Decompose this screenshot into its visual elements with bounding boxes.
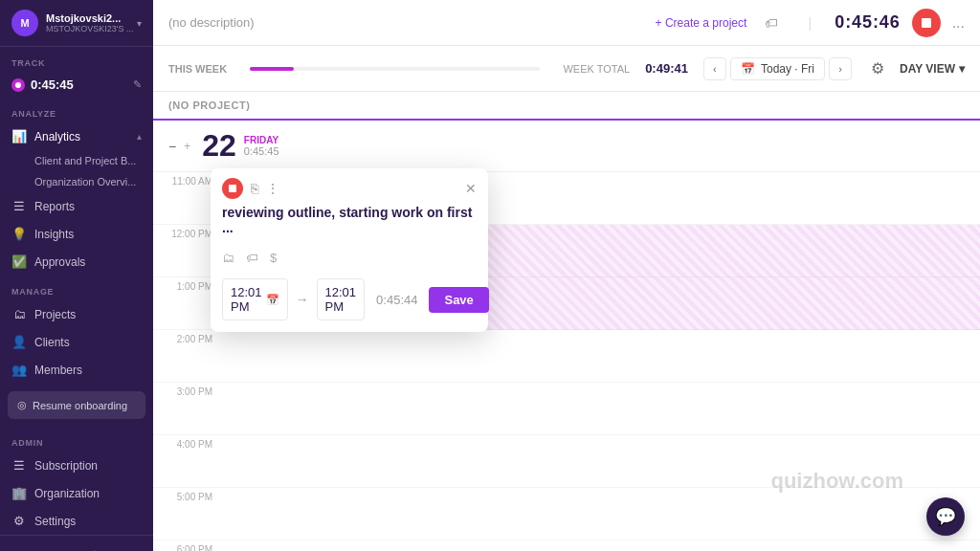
calendar-settings-icon[interactable]: ⚙: [871, 59, 884, 77]
time-row-3pm: 3:00 PM: [153, 383, 980, 435]
sidebar-item-approvals[interactable]: ✅ Approvals: [0, 248, 153, 276]
sidebar-item-insights[interactable]: 💡 Insights: [0, 220, 153, 248]
week-bar: THIS WEEK WEEK TOTAL 0:49:41 ‹ 📅 Today ·…: [153, 46, 980, 92]
onboarding-circle-icon: ◎: [17, 399, 27, 411]
time-slot-6pm[interactable]: [220, 540, 980, 551]
today-label: Today · Fri: [761, 62, 814, 76]
day-view-button[interactable]: DAY VIEW ▾: [900, 62, 965, 76]
create-project-button[interactable]: + Create a project: [656, 16, 747, 30]
time-slot-3pm[interactable]: [220, 383, 980, 434]
tag-meta-icon: 🏷: [246, 251, 258, 265]
sidebar-item-subscription[interactable]: ☰ Subscription: [0, 452, 153, 479]
sidebar-timer-value: 0:45:45: [31, 77, 74, 92]
admin-section-label: ADMIN: [0, 427, 153, 452]
sidebar: M Mstojkovski2... MSTOJKOVSKI23'S ... ▾ …: [0, 0, 153, 551]
time-slot-2pm[interactable]: [220, 330, 980, 382]
members-icon: 👥: [11, 363, 27, 377]
popup-save-button[interactable]: Save: [429, 287, 488, 313]
more-options-button[interactable]: ...: [952, 14, 965, 32]
analytics-chevron-icon: ▴: [137, 131, 142, 142]
timer-edit-icon[interactable]: ✎: [133, 78, 142, 91]
this-week-label: THIS WEEK: [168, 63, 227, 75]
popup-actions: ⎘ ⋮: [222, 178, 279, 199]
projects-icon: 🗂: [11, 307, 27, 321]
next-week-button[interactable]: ›: [829, 57, 852, 80]
sidebar-item-reports[interactable]: ☰ Reports: [0, 192, 153, 220]
today-button[interactable]: 📅 Today · Fri: [730, 57, 825, 80]
settings-label: Settings: [34, 515, 142, 528]
time-row-6pm: 6:00 PM: [153, 540, 980, 551]
resume-onboarding-label: Resume onboarding: [33, 400, 127, 411]
time-row-5pm: 5:00 PM: [153, 488, 980, 540]
sidebar-item-clients[interactable]: 👤 Clients: [0, 328, 153, 356]
time-label-5pm: 5:00 PM: [153, 488, 220, 540]
popup-end-time-input[interactable]: 12:01 PM: [317, 278, 366, 320]
organization-admin-icon: 🏢: [11, 486, 27, 500]
day-header: − + 22 FRIDAY 0:45:45: [153, 121, 980, 172]
calendar-icon: 📅: [741, 62, 755, 76]
approvals-label: Approvals: [34, 255, 142, 269]
day-navigation: − +: [168, 139, 194, 154]
sidebar-item-members[interactable]: 👥 Members: [0, 356, 153, 384]
clients-icon: 👤: [11, 335, 27, 349]
subscription-icon: ☰: [11, 458, 27, 473]
topbar-description: (no description): [168, 15, 255, 30]
popup-start-time-input[interactable]: 12:01 PM 📅: [222, 278, 288, 320]
popup-title: reviewing outline, starting work on firs…: [211, 205, 488, 245]
chat-button[interactable]: 💬: [926, 497, 965, 536]
popup-meta: 🗂 🏷 $: [211, 245, 488, 271]
sidebar-item-client-project[interactable]: Client and Project B...: [0, 150, 153, 171]
insights-label: Insights: [34, 228, 142, 241]
tag-icon[interactable]: 🏷: [758, 10, 785, 36]
topbar-timer-display: 0:45:46: [835, 12, 900, 33]
sidebar-header[interactable]: M Mstojkovski2... MSTOJKOVSKI23'S ... ▾: [0, 0, 153, 47]
topbar: (no description) + Create a project 🏷 | …: [153, 0, 980, 46]
week-total-label: WEEK TOTAL: [563, 63, 630, 75]
profile-icon[interactable]: [11, 543, 38, 551]
projects-label: Projects: [34, 308, 142, 321]
popup-close-button[interactable]: ✕: [465, 181, 477, 196]
popup-copy-icon[interactable]: ⎘: [251, 181, 258, 196]
prev-day-button[interactable]: −: [168, 139, 176, 154]
analytics-icon: 📊: [11, 129, 27, 143]
time-label-4pm: 4:00 PM: [153, 435, 220, 487]
time-slot-5pm[interactable]: [220, 488, 980, 540]
settings-icon: ⚙: [11, 514, 27, 528]
no-project-label: (NO PROJECT): [153, 92, 980, 121]
notification-icon[interactable]: 🔔: [80, 543, 107, 551]
calendar-small-icon: 📅: [266, 294, 279, 306]
sidebar-bottom-bar: ☰ 🔔 ?: [0, 535, 153, 551]
end-time-value: 12:01 PM: [325, 285, 357, 314]
clients-label: Clients: [34, 336, 142, 349]
help-icon[interactable]: ?: [115, 543, 142, 551]
day-name: FRIDAY: [244, 135, 279, 145]
time-label-6pm: 6:00 PM: [153, 540, 220, 551]
day-timer: 0:45:45: [244, 145, 279, 157]
analytics-label: Analytics: [34, 130, 129, 143]
event-popup: ⎘ ⋮ ✕ reviewing outline, starting work o…: [211, 168, 488, 332]
sidebar-item-analytics[interactable]: 📊 Analytics ▴: [0, 122, 153, 150]
members-label: Members: [34, 364, 142, 377]
sidebar-item-organization[interactable]: Organization Overvi...: [0, 171, 153, 192]
calendar-area: (NO PROJECT) − + 22 FRIDAY 0:45:45 11:00…: [153, 92, 980, 551]
track-section-label: TRACK: [0, 47, 153, 72]
folder-icon: 🗂: [222, 251, 234, 265]
week-navigation: ‹ 📅 Today · Fri ›: [703, 57, 852, 80]
start-time-value: 12:01 PM: [231, 285, 262, 314]
prev-week-button[interactable]: ‹: [703, 57, 726, 80]
stop-timer-button[interactable]: [912, 9, 941, 37]
analyze-section-label: ANALYZE: [0, 98, 153, 122]
reports-label: Reports: [34, 200, 142, 213]
resume-onboarding-btn[interactable]: ◎ Resume onboarding: [8, 391, 145, 419]
organization-label: Organization Overvi...: [34, 176, 136, 187]
organization-admin-label: Organization: [34, 487, 142, 500]
popup-stop-button[interactable]: [222, 178, 243, 199]
sidebar-item-projects[interactable]: 🗂 Projects: [0, 300, 153, 328]
menu-icon[interactable]: ☰: [46, 543, 73, 551]
timer-running-indicator: [11, 78, 25, 92]
sidebar-item-organization-admin[interactable]: 🏢 Organization: [0, 479, 153, 507]
sidebar-item-settings[interactable]: ⚙ Settings: [0, 507, 153, 535]
popup-more-icon[interactable]: ⋮: [266, 181, 279, 196]
time-label-3pm: 3:00 PM: [153, 383, 220, 434]
time-label-2pm: 2:00 PM: [153, 330, 220, 382]
